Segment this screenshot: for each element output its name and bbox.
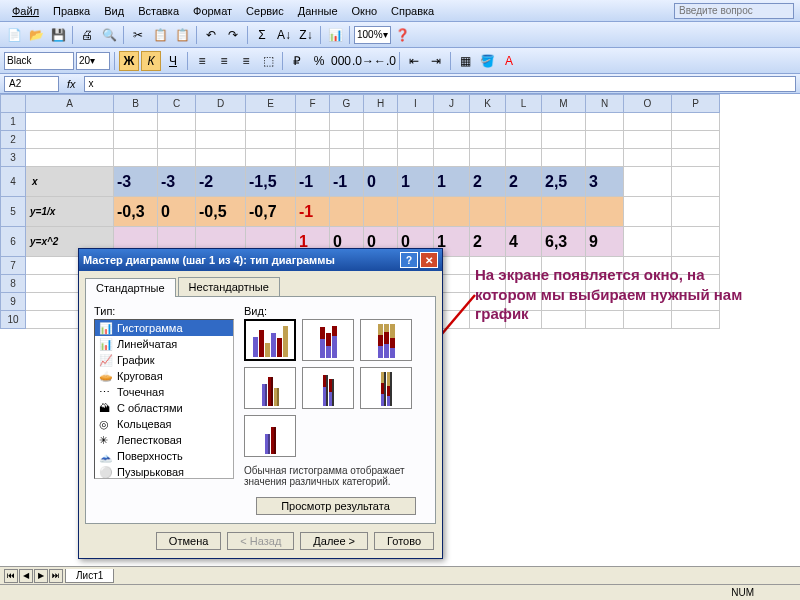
ask-question-input[interactable]	[674, 3, 794, 19]
align-right-icon[interactable]: ≡	[236, 51, 256, 71]
fx-icon[interactable]: fx	[63, 78, 80, 90]
menu-window[interactable]: Окно	[346, 3, 384, 19]
subtype-3d-100pct-stacked-column[interactable]	[360, 367, 412, 409]
align-center-icon[interactable]: ≡	[214, 51, 234, 71]
dialog-body: Тип: 📊Гистограмма📊Линейчатая📈График🥧Круг…	[85, 296, 436, 524]
chart-type-item[interactable]: 📈График	[95, 352, 233, 368]
sheet-nav-prev-icon[interactable]: ◀	[19, 569, 33, 583]
preview-icon[interactable]: 🔍	[99, 25, 119, 45]
undo-icon[interactable]: ↶	[201, 25, 221, 45]
tab-nonstandard[interactable]: Нестандартные	[178, 277, 280, 296]
indent-less-icon[interactable]: ⇤	[404, 51, 424, 71]
indent-more-icon[interactable]: ⇥	[426, 51, 446, 71]
new-icon[interactable]: 📄	[4, 25, 24, 45]
paste-icon[interactable]: 📋	[172, 25, 192, 45]
font-size-combo[interactable]: 20 ▾	[76, 52, 110, 70]
align-left-icon[interactable]: ≡	[192, 51, 212, 71]
dialog-tabs: Стандартные Нестандартные	[79, 271, 442, 296]
chart-type-item[interactable]: 🗻Поверхность	[95, 448, 233, 464]
sheet-tab-1[interactable]: Лист1	[65, 569, 114, 583]
dialog-button-row: Отмена < Назад Далее > Готово	[79, 524, 442, 558]
formatting-toolbar: Black 20 ▾ Ж К Ч ≡ ≡ ≡ ⬚ ₽ % 000 .0→ ←.0…	[0, 48, 800, 74]
help-icon[interactable]: ❓	[393, 25, 413, 45]
sheet-nav-first-icon[interactable]: ⏮	[4, 569, 18, 583]
menu-file[interactable]: Файл	[6, 3, 45, 19]
view-label: Вид:	[244, 305, 427, 317]
subtype-3d-clustered-column[interactable]	[244, 367, 296, 409]
menu-bar: Файл Правка Вид Вставка Формат Сервис Да…	[0, 0, 800, 22]
subtype-clustered-column[interactable]	[244, 319, 296, 361]
subtype-100pct-stacked-column[interactable]	[360, 319, 412, 361]
subtype-3d-column[interactable]	[244, 415, 296, 457]
menu-edit[interactable]: Правка	[47, 3, 96, 19]
dialog-titlebar[interactable]: Мастер диаграмм (шаг 1 из 4): тип диагра…	[79, 249, 442, 271]
cut-icon[interactable]: ✂	[128, 25, 148, 45]
back-button: < Назад	[227, 532, 294, 550]
increase-decimal-icon[interactable]: .0→	[353, 51, 373, 71]
underline-icon[interactable]: Ч	[163, 51, 183, 71]
italic-icon[interactable]: К	[141, 51, 161, 71]
type-label: Тип:	[94, 305, 234, 317]
redo-icon[interactable]: ↷	[223, 25, 243, 45]
decrease-decimal-icon[interactable]: ←.0	[375, 51, 395, 71]
chart-subtype-grid	[244, 319, 427, 457]
menu-help[interactable]: Справка	[385, 3, 440, 19]
status-num: NUM	[731, 587, 754, 598]
font-color-icon[interactable]: A	[499, 51, 519, 71]
sheet-tabs-bar: ⏮ ◀ ▶ ⏭ Лист1	[0, 566, 800, 584]
finish-button[interactable]: Готово	[374, 532, 434, 550]
cancel-button[interactable]: Отмена	[156, 532, 221, 550]
merge-icon[interactable]: ⬚	[258, 51, 278, 71]
tab-standard[interactable]: Стандартные	[85, 278, 176, 297]
sort-asc-icon[interactable]: A↓	[274, 25, 294, 45]
zoom-combo[interactable]: 100% ▾	[354, 26, 391, 44]
ask-question-box[interactable]	[674, 3, 794, 19]
sort-desc-icon[interactable]: Z↓	[296, 25, 316, 45]
borders-icon[interactable]: ▦	[455, 51, 475, 71]
formula-input[interactable]: x	[84, 76, 796, 92]
dialog-close-icon[interactable]: ✕	[420, 252, 438, 268]
chart-type-item[interactable]: 📊Гистограмма	[95, 320, 233, 336]
subtype-description: Обычная гистограмма отображает значения …	[244, 465, 427, 491]
status-bar: NUM	[0, 584, 800, 600]
sheet-nav-next-icon[interactable]: ▶	[34, 569, 48, 583]
subtype-3d-stacked-column[interactable]	[302, 367, 354, 409]
chart-type-listbox[interactable]: 📊Гистограмма📊Линейчатая📈График🥧Круговая⋯…	[94, 319, 234, 479]
sheet-nav-last-icon[interactable]: ⏭	[49, 569, 63, 583]
chart-type-item[interactable]: ◎Кольцевая	[95, 416, 233, 432]
standard-toolbar: 📄 📂 💾 🖨 🔍 ✂ 📋 📋 ↶ ↷ Σ A↓ Z↓ 📊 100% ▾ ❓	[0, 22, 800, 48]
subtype-stacked-column[interactable]	[302, 319, 354, 361]
name-box[interactable]: A2	[4, 76, 59, 92]
chart-wizard-dialog: Мастер диаграмм (шаг 1 из 4): тип диагра…	[78, 248, 443, 559]
preview-result-button[interactable]: Просмотр результата	[256, 497, 416, 515]
chart-wizard-icon[interactable]: 📊	[325, 25, 345, 45]
save-icon[interactable]: 💾	[48, 25, 68, 45]
percent-icon[interactable]: %	[309, 51, 329, 71]
menu-format[interactable]: Формат	[187, 3, 238, 19]
chart-type-item[interactable]: ⋯Точечная	[95, 384, 233, 400]
comma-icon[interactable]: 000	[331, 51, 351, 71]
chart-type-item[interactable]: ⚪Пузырьковая	[95, 464, 233, 479]
dialog-help-icon[interactable]: ?	[400, 252, 418, 268]
dialog-title: Мастер диаграмм (шаг 1 из 4): тип диагра…	[83, 254, 335, 266]
bold-icon[interactable]: Ж	[119, 51, 139, 71]
fill-color-icon[interactable]: 🪣	[477, 51, 497, 71]
next-button[interactable]: Далее >	[300, 532, 368, 550]
copy-icon[interactable]: 📋	[150, 25, 170, 45]
chart-type-item[interactable]: 🏔С областями	[95, 400, 233, 416]
menu-view[interactable]: Вид	[98, 3, 130, 19]
menu-data[interactable]: Данные	[292, 3, 344, 19]
currency-icon[interactable]: ₽	[287, 51, 307, 71]
menu-tools[interactable]: Сервис	[240, 3, 290, 19]
font-name-combo[interactable]: Black	[4, 52, 74, 70]
open-icon[interactable]: 📂	[26, 25, 46, 45]
annotation-text: На экране появляется окно, на котором мы…	[475, 265, 755, 324]
chart-type-item[interactable]: 🥧Круговая	[95, 368, 233, 384]
formula-bar: A2 fx x	[0, 74, 800, 94]
sum-icon[interactable]: Σ	[252, 25, 272, 45]
chart-type-item[interactable]: 📊Линейчатая	[95, 336, 233, 352]
chart-type-item[interactable]: ✳Лепестковая	[95, 432, 233, 448]
menu-insert[interactable]: Вставка	[132, 3, 185, 19]
print-icon[interactable]: 🖨	[77, 25, 97, 45]
